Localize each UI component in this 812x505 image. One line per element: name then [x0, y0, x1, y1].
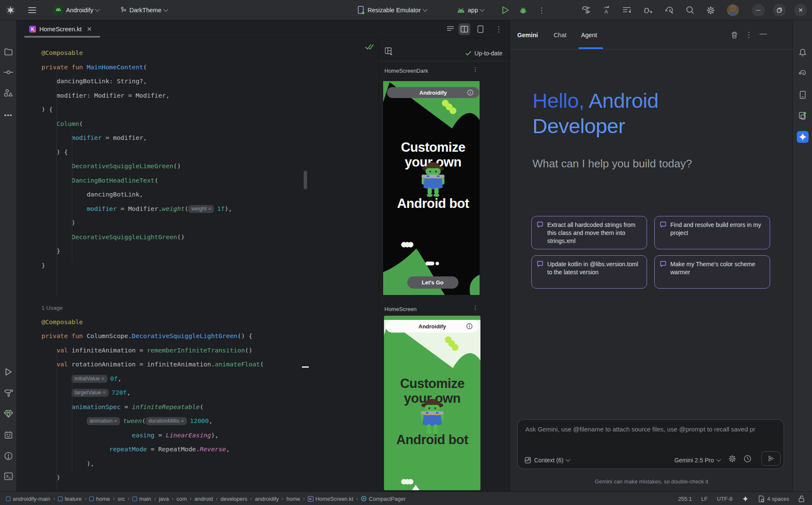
attach-debugger-button[interactable]	[643, 0, 653, 20]
gradle-sync-button[interactable]	[664, 0, 675, 20]
sync-project-button[interactable]	[622, 0, 632, 20]
gradle-tool-icon[interactable]	[798, 69, 808, 77]
code-line[interactable]: dancingBotLink,	[41, 187, 264, 202]
tab-agent[interactable]: Agent	[581, 20, 597, 49]
breadcrumb-item[interactable]: src	[118, 496, 125, 502]
code-line[interactable]: targetValue =720f,	[41, 385, 264, 400]
code-line[interactable]: repeatMode = RepeatMode.Reverse,	[41, 442, 264, 456]
file-encoding[interactable]: UTF-8	[717, 496, 732, 502]
code-line[interactable]: 1 Usage	[41, 300, 264, 315]
suggestion-card[interactable]: Make my Theme's color scheme warmer	[654, 255, 770, 289]
search-everywhere-button[interactable]	[686, 0, 695, 20]
preview-options-icon[interactable]: ⋮	[472, 68, 478, 71]
preview-build-status[interactable]: Up-to-date	[465, 50, 502, 57]
breadcrumb-item[interactable]: KHomeScreen.kt	[308, 496, 354, 502]
code-line[interactable]: modifier: Modifier = Modifier,	[41, 88, 264, 103]
code-line[interactable]: ),	[41, 456, 264, 471]
gemini-more-options-icon[interactable]: ⋮	[745, 30, 752, 39]
project-tool-icon[interactable]	[4, 48, 13, 56]
tab-homescreen-kt[interactable]: K HomeScreen.kt ✕	[24, 20, 98, 38]
preview-options-icon[interactable]: ⋮	[472, 307, 478, 309]
app-insights-tool-icon[interactable]	[4, 409, 13, 418]
window-close-button[interactable]: ✕	[794, 4, 807, 16]
apply-changes-button[interactable]: A	[601, 0, 612, 20]
clear-chat-icon[interactable]	[731, 31, 738, 39]
notifications-icon[interactable]	[798, 48, 807, 57]
caret-position[interactable]: 255:1	[678, 496, 692, 502]
tab-chat[interactable]: Chat	[554, 20, 567, 49]
tab-close-icon[interactable]: ✕	[87, 25, 92, 33]
breadcrumb-item[interactable]: home	[89, 496, 110, 502]
code-line[interactable]	[41, 272, 264, 287]
structure-tool-icon[interactable]	[4, 89, 13, 97]
device-manager-tool-icon[interactable]	[798, 90, 807, 100]
code-line[interactable]: DecorativeSquiggleLightGreen()	[41, 230, 264, 244]
code-line[interactable]: ) {	[41, 145, 264, 159]
run-tool-icon[interactable]	[5, 368, 12, 376]
run-configuration[interactable]: app	[457, 0, 484, 20]
breadcrumb-item[interactable]: java	[159, 496, 169, 502]
main-menu-button[interactable]	[28, 0, 36, 20]
history-icon[interactable]	[743, 455, 752, 463]
suggestion-card[interactable]: Extract all hardcoded strings from this …	[531, 216, 647, 249]
breadcrumb-item[interactable]: androidify	[255, 496, 279, 502]
breadcrumb-item[interactable]: home	[286, 496, 300, 502]
more-run-actions-button[interactable]: ⋮	[538, 0, 545, 20]
lock-icon[interactable]	[798, 495, 804, 502]
settings-button[interactable]	[706, 0, 716, 20]
indent-config[interactable]: 4 spaces	[758, 495, 789, 502]
device-selector[interactable]: Resizable Emulator	[357, 0, 427, 20]
build-button[interactable]	[581, 0, 591, 20]
breadcrumb-item[interactable]: main	[132, 496, 151, 502]
gemini-tool-icon[interactable]	[797, 131, 809, 143]
running-devices-tool-icon[interactable]	[798, 112, 807, 120]
code-line[interactable]: dancingBotLink: String?,	[41, 74, 264, 88]
send-button[interactable]	[761, 451, 781, 466]
preview-name-homescreen[interactable]: HomeScreen	[384, 306, 417, 312]
gemini-settings-icon[interactable]	[728, 455, 736, 463]
code-line[interactable]: )	[41, 470, 264, 485]
code-line[interactable]: }	[41, 244, 264, 258]
preview-layout-icon[interactable]	[385, 47, 393, 55]
breadcrumb-item[interactable]: android	[195, 496, 213, 502]
editor-scrollbar-thumb[interactable]	[304, 171, 307, 189]
code-line[interactable]: val rotationAnimation = infiniteAnimatio…	[41, 357, 264, 371]
code-line[interactable]: val infiniteAnimation = rememberInfinite…	[41, 343, 264, 358]
line-separator[interactable]: LF	[701, 496, 708, 502]
editor-device-preview-icon[interactable]	[475, 23, 486, 35]
preview-homescreen[interactable]: Androidify Customize your own Android bo…	[384, 316, 480, 490]
terminal-tool-icon[interactable]	[4, 472, 13, 480]
suggestion-card[interactable]: Update kotlin in @libs.version.toml to t…	[531, 255, 647, 289]
editor-view-mode-icon[interactable]	[444, 23, 456, 35]
model-selector[interactable]: Gemini 2.5 Pro	[675, 457, 720, 464]
context-chip[interactable]: Context (6)	[524, 457, 570, 464]
code-line[interactable]: }	[41, 258, 264, 273]
breadcrumb-item[interactable]: feature	[58, 496, 82, 502]
inspection-status-icon[interactable]	[365, 43, 375, 51]
code-line[interactable]: private fun ColumnScope.DecorativeSquigg…	[41, 329, 264, 343]
build-tool-icon[interactable]	[4, 389, 13, 397]
vcs-branch-widget[interactable]: DarkTheme	[120, 0, 167, 20]
run-button[interactable]	[502, 0, 509, 20]
window-minimize-button[interactable]: ─	[752, 4, 765, 16]
code-line[interactable]: modifier = modifier,	[41, 131, 264, 145]
project-widget[interactable]: Androidify	[53, 0, 99, 20]
code-line[interactable]: easing = LinearEasing),	[41, 428, 264, 442]
breadcrumb-item[interactable]: CompactPager	[361, 496, 406, 502]
editor-more-options-icon[interactable]: ⋮	[493, 23, 505, 35]
code-line[interactable]	[41, 287, 264, 301]
code-editor[interactable]: @Composableprivate fun MainHomeContent( …	[17, 38, 379, 491]
breadcrumbs[interactable]: androidify-main›feature›home›src›main›ja…	[6, 492, 406, 505]
more-tools-icon[interactable]: •••	[4, 112, 13, 119]
breadcrumb-item[interactable]: com	[176, 496, 187, 502]
code-line[interactable]: modifier = Modifier.weight(weight =1f),	[41, 202, 264, 216]
breadcrumb-item[interactable]: androidify-main	[6, 496, 50, 502]
user-avatar[interactable]	[727, 0, 739, 20]
code-line[interactable]: )	[41, 216, 264, 230]
preview-homescreendark[interactable]: Androidify Customize your own Android bo…	[383, 81, 480, 295]
logcat-tool-icon[interactable]	[4, 431, 13, 439]
gemini-input-box[interactable]: Ask Gemini, use @filename to attach sour…	[517, 419, 784, 469]
hide-panel-icon[interactable]: —	[760, 30, 767, 38]
code-line[interactable]: animation =tween(durationMillis =12000,	[41, 414, 264, 428]
debug-button[interactable]	[519, 0, 527, 20]
